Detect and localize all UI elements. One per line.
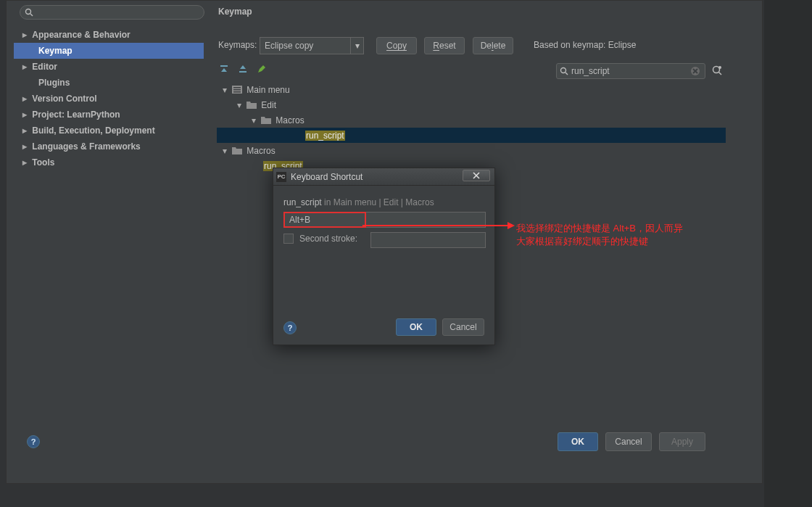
nav-label: Editor [32,62,57,72]
tree-label: Edit [261,100,276,110]
nav-label: Tools [32,157,54,168]
settings-nav: ▸ Appearance & Behavior Keymap ▸ Editor … [14,27,204,170]
nav-editor[interactable]: ▸ Editor [14,59,204,75]
dialog-help-button[interactable]: ? [283,321,297,334]
annotation-text: 我选择绑定的快捷键是 Alt+B，因人而异 大家根据喜好绑定顺手的快捷键 [516,222,683,248]
inactive-right-region [764,0,812,507]
collapse-all-icon[interactable] [237,63,249,75]
second-stroke-checkbox[interactable] [283,234,294,244]
delete-button[interactable]: Delete [473,37,513,54]
dialog-ok-button[interactable]: OK [396,318,436,336]
nav-label: Plugins [38,78,70,88]
tree-macros-1[interactable]: ▾ Macros [217,112,726,128]
svg-rect-5 [239,71,246,73]
help-icon: ? [283,321,297,334]
folder-icon [246,101,257,109]
svg-marker-4 [240,65,246,69]
nav-label: Languages & Frameworks [32,141,140,152]
keymaps-selected: Eclipse copy [265,41,313,51]
cancel-button[interactable]: Cancel [605,432,652,451]
tree-label: Main menu [246,85,289,95]
nav-label: Version Control [32,94,96,104]
folder-icon [232,147,242,154]
dialog-title: Keyboard Shortcut [291,172,362,182]
nav-keymap[interactable]: Keymap [14,43,204,59]
apply-button[interactable]: Apply [659,432,705,451]
keymaps-combo[interactable]: Eclipse copy ▾ [260,37,364,54]
nav-version-control[interactable]: ▸ Version Control [14,91,204,107]
help-button[interactable]: ? [27,435,40,448]
svg-line-12 [719,73,722,75]
keyboard-shortcut-dialog: PC Keyboard Shortcut run_script in Main … [273,168,495,345]
first-stroke-input-ext[interactable] [366,212,486,228]
search-value: run_script [571,66,610,76]
nav-label: Build, Execution, Deployment [32,125,154,136]
expand-all-icon[interactable] [218,63,230,75]
svg-line-1 [30,14,33,16]
keymap-toolbar [218,62,268,76]
folder-icon [261,116,271,124]
tree-run-script-1[interactable]: run_script [217,128,726,143]
menu-icon [232,86,242,94]
based-on-label: Based on keymap: Eclipse [534,40,636,50]
search-icon [25,8,33,17]
nav-build-execution-deployment[interactable]: ▸ Build, Execution, Deployment [14,123,204,139]
nav-label: Keymap [38,46,72,56]
svg-rect-17 [233,91,241,93]
close-icon [472,172,481,179]
help-icon: ? [27,435,40,448]
edit-icon[interactable] [256,63,268,75]
tree-edit[interactable]: ▾ Edit [217,97,726,112]
chevron-down-icon: ▾ [350,38,363,54]
clear-icon[interactable] [690,66,700,78]
nav-plugins[interactable]: Plugins [14,75,204,91]
copy-button[interactable]: Copy [376,37,417,54]
nav-languages-frameworks[interactable]: ▸ Languages & Frameworks [14,139,204,154]
first-stroke-input[interactable]: Alt+B [283,212,366,228]
svg-marker-3 [221,68,227,72]
nav-label: Project: LearnPython [32,110,120,120]
ok-button[interactable]: OK [558,432,598,451]
tree-main-menu[interactable]: ▾ Main menu [217,82,726,97]
nav-tools[interactable]: ▸ Tools [14,154,204,170]
svg-point-0 [26,9,31,15]
svg-line-7 [566,73,568,75]
settings-search-input[interactable] [20,5,204,20]
tree-label: Macros [276,115,304,125]
close-button[interactable] [463,170,490,181]
dialog-cancel-button[interactable]: Cancel [442,318,484,336]
dialog-title-bar[interactable]: PC Keyboard Shortcut [273,168,494,186]
svg-point-13 [718,66,721,69]
svg-rect-15 [233,87,241,88]
tree-label: Macros [246,146,275,156]
action-search-input[interactable]: run_script [556,63,705,79]
nav-label: Appearance & Behavior [32,30,130,40]
second-stroke-input[interactable] [370,232,486,248]
settings-footer: ? OK Cancel Apply [12,428,713,457]
svg-rect-16 [233,89,241,91]
nav-project[interactable]: ▸ Project: LearnPython [14,107,204,123]
second-stroke-label: Second stroke: [299,234,357,244]
reset-button[interactable]: Reset [424,37,465,54]
dialog-breadcrumb: run_script in Main menu | Edit | Macros [283,197,434,207]
svg-rect-2 [220,65,228,67]
keymap-tree: ▾ Main menu ▾ Edit ▾ Macros run_script ▾… [217,82,726,173]
search-icon [560,67,568,75]
find-by-shortcut-icon[interactable] [711,65,723,78]
second-stroke-row: Second stroke: [283,234,357,244]
svg-point-6 [561,68,566,73]
tree-label: run_script [305,131,345,141]
keymaps-label: Keymaps: [218,40,257,50]
page-title: Keymap [218,7,252,17]
nav-appearance-behavior[interactable]: ▸ Appearance & Behavior [14,27,204,43]
tree-macros-2[interactable]: ▾ Macros [217,143,726,158]
app-icon: PC [276,172,286,182]
